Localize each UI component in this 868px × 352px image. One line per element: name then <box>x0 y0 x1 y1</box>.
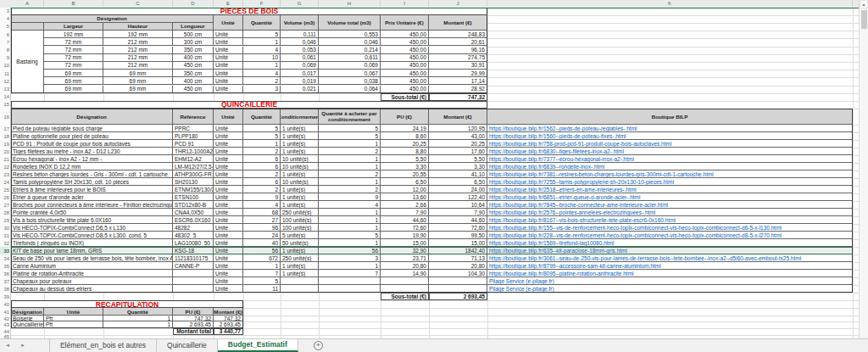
quincaillerie-cell-r19[interactable]: 1 <box>243 140 281 148</box>
quincaillerie-cell-r23[interactable]: 2 <box>243 170 281 178</box>
column-header-F[interactable]: F <box>243 0 281 7</box>
bois-header-quantite[interactable]: Quantité <box>243 15 281 31</box>
quincaillerie-cell-r35[interactable]: 20,80 <box>381 262 429 270</box>
quincaillerie-cell-r24[interactable]: Tamis polypropylène SH 20x130, cdt. 10 p… <box>11 178 173 186</box>
quincaillerie-cell-r31[interactable]: 24 <box>243 232 281 239</box>
quincaillerie-cell-r21[interactable]: 6 <box>243 155 281 163</box>
quincaillerie-cell-r36[interactable]: 1 unité(s) <box>281 270 319 277</box>
quincaillerie-cell-r34[interactable]: 3 <box>319 254 381 262</box>
quincaillerie-cell-r25[interactable]: Unité <box>214 186 243 193</box>
recap-cell-r43[interactable]: 1 <box>103 321 173 327</box>
quincaillerie-cell-r32[interactable]: 15,00 <box>381 239 429 247</box>
tab-quincaillerie[interactable]: Quincaillerie <box>157 339 218 352</box>
recap-header-4[interactable]: Montant (€) <box>214 308 243 316</box>
bois-cell-r6[interactable]: 192 mm <box>103 31 173 38</box>
row-header-35[interactable]: 35 <box>0 262 9 270</box>
row-header-20[interactable]: 20 <box>0 148 9 155</box>
quincaillerie-cell-r24[interactable]: 10 unité(s) <box>281 178 319 186</box>
row-header-12[interactable]: 12 <box>0 77 9 85</box>
boutique-link-r29[interactable]: https://boutique.bilp.fr/8167--vis-bois-… <box>487 216 853 224</box>
quincaillerie-cell-r19[interactable]: 1 unité(s) <box>281 140 319 148</box>
bois-cell-r11[interactable]: 0,067 <box>319 70 381 77</box>
recap-cell-r43[interactable]: 2 693,45 <box>173 321 214 327</box>
quincaillerie-cell-r22[interactable]: 1 <box>319 163 381 170</box>
quincaillerie-cell-r18[interactable]: Unité <box>214 132 243 140</box>
column-header-B[interactable]: B <box>44 0 103 7</box>
bois-cell-r7[interactable]: 20,61 <box>429 38 487 46</box>
quincaillerie-cell-r31[interactable]: 19,90 <box>381 232 429 239</box>
quincaillerie-cell-r18[interactable]: PLPP180 <box>173 132 214 140</box>
bois-cell-r8[interactable]: 96,16 <box>429 47 487 54</box>
quincaillerie-cell-r36[interactable]: 14,90 <box>381 270 429 277</box>
quincaillerie-cell-r30[interactable]: 96 <box>243 224 281 232</box>
boutique-link-r32[interactable]: https://boutique.bilp.fr/1569--tirefond-… <box>487 239 853 247</box>
quincaillerie-cell-r24[interactable]: SH20130 <box>173 178 214 186</box>
quincaillerie-cell-r19[interactable]: 20,25 <box>381 140 429 148</box>
quincaillerie-cell-r23[interactable]: Unité <box>214 170 243 178</box>
bois-cell-r11[interactable]: 4 <box>243 70 281 77</box>
recap-header-2[interactable]: Quantité <box>103 308 173 316</box>
quincaillerie-cell-r35[interactable]: 1 unité(s) <box>281 262 319 270</box>
quincaillerie-cell-r21[interactable]: Écrou hexagonal - inox A2 - 12 mm - <box>11 155 173 163</box>
row-header-15[interactable]: 15 <box>0 101 9 109</box>
bois-cell-r9[interactable]: 400 cm <box>173 54 214 62</box>
tab-budget-estimatif[interactable]: Budget_Estimatif <box>218 339 298 352</box>
quincaillerie-cell-r34[interactable]: 250 unité(s) <box>281 254 319 262</box>
bois-cell-r9[interactable]: 0,061 <box>281 54 319 62</box>
row-header-28[interactable]: 28 <box>0 209 9 216</box>
quincaillerie-cell-r35[interactable]: Canne Aluminium <box>11 262 173 270</box>
quincaillerie-cell-r34[interactable]: 23,71 <box>381 254 429 262</box>
quincaillerie-cell-r26[interactable]: ETSN100 <box>173 193 214 201</box>
bois-cell-r13[interactable]: 450,00 <box>381 86 429 93</box>
quincaillerie-cell-r28[interactable]: Unité <box>214 209 243 216</box>
quincaillerie-cell-r25[interactable]: 1 unité(s) <box>281 186 319 193</box>
quincaillerie-cell-r24[interactable]: 1 <box>319 178 381 186</box>
bois-cell-r12[interactable]: 0,038 <box>319 77 381 85</box>
quincaillerie-cell-r28[interactable]: 68 <box>243 209 281 216</box>
bois-cell-r11[interactable]: 0,017 <box>281 70 319 77</box>
quincaillerie-cell-r32[interactable]: Tirefonds ( zingués ou INOX) <box>11 239 173 247</box>
quincaillerie-cell-r38[interactable] <box>173 285 214 293</box>
bois-cell-r9[interactable]: 72 mm <box>44 54 103 62</box>
row-header-24[interactable]: 24 <box>0 178 9 186</box>
column-header-D[interactable]: D <box>173 0 214 7</box>
row-header-39[interactable]: 39 <box>0 293 9 300</box>
row-gutter[interactable]: 3456789101112131415161718192021222324252… <box>0 8 11 339</box>
bois-cell-r9[interactable]: Unité <box>214 54 243 62</box>
row-header-30[interactable]: 30 <box>0 224 9 232</box>
recap-header-3[interactable]: PU (€) <box>173 308 214 316</box>
recap-cell-r43[interactable]: 2 693,45 <box>214 321 243 327</box>
scroll-up-icon[interactable]: ▲ <box>860 0 868 8</box>
quincaillerie-cell-r36[interactable]: 7 <box>243 270 281 277</box>
quincaillerie-cell-r17[interactable]: PPRC <box>173 125 214 132</box>
bois-subtotal-value[interactable]: 747,32 <box>429 93 487 101</box>
add-sheet-button[interactable]: + <box>314 339 323 352</box>
bois-header-prix-unitaire[interactable]: Prix Unitaire (€) <box>381 15 429 31</box>
bois-header-largeur[interactable]: Largeur <box>44 23 103 31</box>
quincaillerie-cell-r21[interactable]: 5,50 <box>381 155 429 163</box>
quincaillerie-cell-r29[interactable]: Vis à bois structurelle tête plate 6.0X1… <box>11 216 173 224</box>
bois-cell-r8[interactable]: 0,053 <box>281 47 319 54</box>
quincaillerie-cell-r17[interactable]: 120,95 <box>429 125 487 132</box>
quincaillerie-cell-r35[interactable]: 20,80 <box>429 262 487 270</box>
row-header-19[interactable]: 19 <box>0 140 9 148</box>
bois-cell-r12[interactable]: 69 mm <box>44 77 103 85</box>
quincaillerie-cell-r21[interactable]: Unité <box>214 155 243 163</box>
quincaillerie-header-2[interactable]: Unité <box>214 109 243 125</box>
column-header-K[interactable]: K <box>487 0 853 7</box>
quincaillerie-cell-r38[interactable]: 11 <box>243 285 281 293</box>
boutique-link-r31[interactable]: https://boutique.bilp.fr/228--vis-de-ren… <box>487 232 853 239</box>
bois-cell-r11[interactable]: 29,99 <box>429 70 487 77</box>
quincaillerie-cell-r20[interactable]: Tiges filetées au mètre - inox A2 - D12 … <box>11 148 173 155</box>
bois-cell-r7[interactable]: 300 cm <box>173 38 214 46</box>
quincaillerie-cell-r29[interactable]: 100 unité(s) <box>281 216 319 224</box>
quincaillerie-cell-r23[interactable]: 1 unité(s) <box>281 170 319 178</box>
row-header-14[interactable]: 14 <box>0 93 9 101</box>
bois-cell-r12[interactable]: 17,14 <box>429 77 487 85</box>
quincaillerie-cell-r19[interactable]: PCD 91 <box>173 140 214 148</box>
bois-cell-r12[interactable]: 2 <box>243 77 281 85</box>
bois-cell-r11[interactable]: 350 cm <box>173 70 214 77</box>
bois-header-montant[interactable]: Montant (€) <box>429 15 487 31</box>
quincaillerie-cell-r26[interactable]: 9 <box>319 193 381 201</box>
quincaillerie-cell-r29[interactable]: 44,60 <box>429 216 487 224</box>
